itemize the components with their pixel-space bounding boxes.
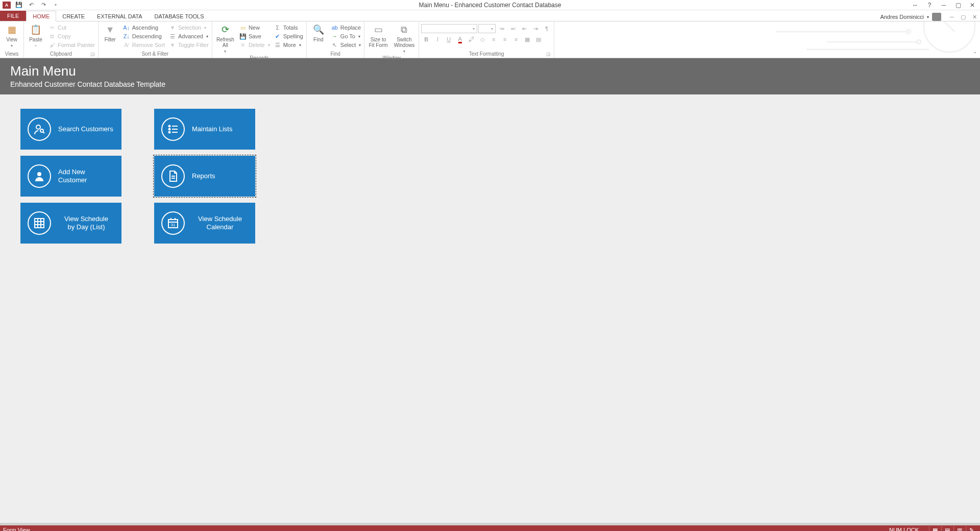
watermark (776, 21, 980, 58)
align-center-button[interactable]: ≡ (500, 35, 510, 44)
paste-button[interactable]: 📋 Paste ▾ (26, 22, 45, 49)
font-family-select[interactable]: ▾ (421, 24, 477, 33)
tile-search-customers[interactable]: Search Customers (20, 109, 121, 150)
totals-button[interactable]: ΣTotals (273, 23, 304, 32)
redo-icon[interactable]: ↷ (39, 1, 48, 10)
svg-point-6 (169, 129, 170, 130)
maximize-icon[interactable]: ▢ (953, 2, 963, 9)
tab-file[interactable]: FILE (0, 11, 26, 21)
new-icon: ▭ (239, 24, 247, 31)
selection-button[interactable]: ▼Selection▾ (168, 23, 210, 32)
alt-row-color-button[interactable]: ▤ (533, 35, 544, 44)
qat-customize-icon[interactable]: ▾ (51, 1, 60, 10)
group-views: ▦ View ▾ Views (0, 21, 24, 58)
refresh-all-button[interactable]: ⟳ Refresh All ▾ (214, 22, 236, 55)
copy-button[interactable]: ⧉Copy (47, 32, 96, 40)
tab-create[interactable]: CREATE (56, 11, 91, 21)
descending-button[interactable]: Z↓Descending (122, 32, 166, 40)
bold-button[interactable]: B (421, 35, 431, 44)
align-right-button[interactable]: ≡ (511, 35, 521, 44)
app-icon[interactable]: A (2, 1, 11, 10)
select-button[interactable]: ↖Select▾ (330, 41, 362, 49)
tab-external-data[interactable]: EXTERNAL DATA (91, 11, 148, 21)
form-header: Main Menu Enhanced Customer Contact Data… (0, 58, 980, 94)
undo-icon[interactable]: ↶ (27, 1, 36, 10)
totals-icon: Σ (274, 24, 281, 31)
tab-database-tools[interactable]: DATABASE TOOLS (148, 11, 210, 21)
help-icon[interactable]: ? (925, 2, 934, 9)
datasheet-view-icon[interactable]: ▤ (941, 526, 952, 531)
cut-button[interactable]: ✂Cut (47, 23, 96, 32)
replace-button[interactable]: abReplace (330, 23, 362, 32)
group-sort-filter: ▼ Filter A↓Ascending Z↓Descending A⁄Remo… (99, 21, 212, 58)
tile-reports[interactable]: Reports (154, 156, 255, 197)
svg-point-3 (36, 125, 40, 129)
svg-point-7 (169, 132, 170, 133)
remove-sort-button[interactable]: A⁄Remove Sort (122, 41, 166, 49)
status-numlock: NUM LOCK (889, 527, 919, 531)
view-button[interactable]: ▦ View ▾ (2, 22, 21, 49)
bullets-button[interactable]: ≔ (497, 24, 507, 33)
italic-button[interactable]: I (432, 35, 443, 44)
underline-button[interactable]: U (444, 35, 454, 44)
doc-minimize-icon[interactable]: ─ (948, 14, 955, 20)
highlight-button[interactable]: 🖍 (466, 35, 476, 44)
form-view-icon[interactable]: ▦ (929, 526, 940, 531)
svg-point-0 (924, 21, 975, 52)
form-body: Search Customers Maintain Lists Add New … (0, 94, 980, 523)
touch-mode-icon[interactable]: ↔ (911, 2, 920, 9)
account-name[interactable]: Andres Dominicci (880, 14, 924, 20)
tile-label: Search Customers (58, 125, 114, 133)
filter-icon: ▼ (104, 23, 116, 36)
dialog-launcher-icon[interactable]: ◲ (90, 52, 95, 57)
advanced-button[interactable]: ☰Advanced▾ (168, 32, 210, 40)
spelling-button[interactable]: ✔Spelling (273, 32, 304, 40)
indent-decrease-button[interactable]: ⇤ (519, 24, 529, 33)
gridlines-button[interactable]: ▦ (522, 35, 532, 44)
tile-add-customer[interactable]: Add New Customer (20, 156, 121, 197)
minimize-icon[interactable]: ─ (939, 2, 948, 9)
layout-view-icon[interactable]: ▥ (953, 526, 965, 531)
account-dropdown-icon[interactable]: ▾ (927, 15, 929, 19)
doc-restore-icon[interactable]: ▢ (960, 14, 967, 20)
tile-view-schedule-list[interactable]: View Schedule by Day (List) (20, 203, 121, 244)
text-direction-button[interactable]: ¶ (542, 24, 552, 33)
toggle-filter-button[interactable]: ▼Toggle Filter (168, 41, 210, 49)
spelling-icon: ✔ (274, 33, 281, 40)
goto-button[interactable]: →Go To▾ (330, 32, 362, 40)
ascending-button[interactable]: A↓Ascending (122, 23, 166, 32)
save-icon[interactable]: 💾 (14, 1, 23, 10)
delete-record-button[interactable]: ✕Delete▾ (238, 41, 271, 49)
close-icon[interactable]: ✕ (968, 2, 977, 9)
more-button[interactable]: ☰More▾ (273, 41, 304, 49)
group-window: ▭ Size to Fit Form ⧉ Switch Windows ▾ Wi… (364, 21, 419, 58)
switch-windows-button[interactable]: ⧉ Switch Windows ▾ (392, 22, 417, 55)
doc-close-icon[interactable]: ✕ (971, 14, 978, 20)
tile-maintain-lists[interactable]: Maintain Lists (154, 109, 255, 150)
align-left-button[interactable]: ≡ (488, 35, 499, 44)
save-record-button[interactable]: 💾Save (238, 32, 271, 40)
sort-asc-icon: A↓ (123, 24, 130, 31)
toggle-filter-icon: ▼ (169, 41, 176, 49)
find-button[interactable]: 🔍 Find (309, 22, 328, 43)
new-record-button[interactable]: ▭New (238, 23, 271, 32)
font-color-button[interactable]: A (455, 35, 465, 44)
font-size-select[interactable]: ▾ (478, 24, 496, 33)
filter-button[interactable]: ▼ Filter (101, 22, 120, 43)
numbering-button[interactable]: ≕ (508, 24, 518, 33)
avatar[interactable] (932, 13, 941, 21)
format-painter-button[interactable]: 🖌Format Painter (47, 41, 96, 49)
indent-increase-button[interactable]: ⇥ (530, 24, 541, 33)
view-switcher: ▦ ▤ ▥ ✎ (929, 526, 977, 531)
tile-grid: Search Customers Maintain Lists Add New … (20, 109, 960, 244)
tab-home[interactable]: HOME (26, 11, 56, 21)
person-icon (28, 164, 51, 188)
fill-color-button[interactable]: ◇ (477, 35, 487, 44)
replace-icon: ab (331, 24, 338, 31)
design-view-icon[interactable]: ✎ (966, 526, 977, 531)
group-text-formatting: ▾ ▾ ≔ ≕ ⇤ ⇥ ¶ B I U A 🖍 ◇ ≡ ≡ ≡ ▦ ▤ (419, 21, 554, 58)
size-to-fit-button[interactable]: ▭ Size to Fit Form (366, 22, 389, 49)
tile-view-schedule-calendar[interactable]: 31 View Schedule Calendar (154, 203, 255, 244)
dialog-launcher-icon[interactable]: ◲ (546, 52, 551, 57)
collapse-ribbon-icon[interactable]: ⌃ (973, 51, 977, 57)
